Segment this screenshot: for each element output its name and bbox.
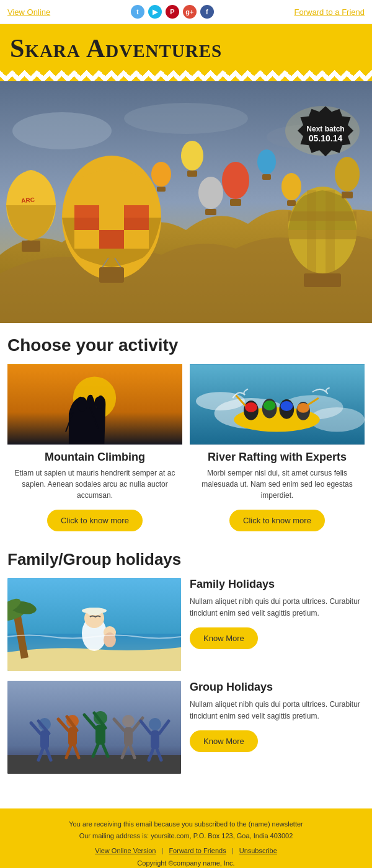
svg-rect-9 xyxy=(22,241,40,252)
footer-forward-link[interactable]: Forward to Friends xyxy=(169,847,226,854)
group-name: Group Holidays xyxy=(190,681,365,694)
group-holiday-row: Group Holidays Nullam aliquet nibh quis … xyxy=(7,681,365,774)
svg-rect-19 xyxy=(187,170,197,177)
group-know-more-button[interactable]: Know More xyxy=(190,730,258,752)
family-image xyxy=(7,578,181,671)
mountain-card: Mountain Climbing Etiam ut sapien ut mau… xyxy=(7,364,182,538)
svg-point-18 xyxy=(181,141,203,170)
svg-point-22 xyxy=(257,149,276,174)
footer-unsubscribe-link[interactable]: Unsubscribe xyxy=(239,847,277,854)
svg-point-53 xyxy=(280,401,293,411)
svg-rect-14 xyxy=(288,230,356,239)
rafting-title: River Rafting with Experts xyxy=(208,451,347,464)
footer-text: You are receiving this email because you… xyxy=(12,818,360,841)
svg-text:ARC: ARC xyxy=(21,197,35,205)
svg-rect-17 xyxy=(304,273,341,287)
family-section: Family/Group holidays xyxy=(0,544,372,796)
rafting-card: River Rafting with Experts Morbi semper … xyxy=(190,364,365,538)
rafting-cta-button[interactable]: Click to know more xyxy=(229,510,325,531)
view-online-link[interactable]: View Online xyxy=(7,7,50,17)
svg-point-52 xyxy=(264,401,276,410)
zigzag-divider xyxy=(0,70,372,81)
google-icon[interactable]: g+ xyxy=(183,5,197,19)
svg-rect-68 xyxy=(7,755,181,774)
activity-grid: Mountain Climbing Etiam ut sapien ut mau… xyxy=(7,364,365,538)
footer-copyright: Copyright ©company name, Inc. xyxy=(12,859,360,867)
mountain-image xyxy=(7,364,182,445)
rafting-image xyxy=(190,364,365,445)
svg-point-42 xyxy=(196,392,245,410)
badge-line1: Next batch xyxy=(306,125,344,133)
svg-point-37 xyxy=(78,397,87,412)
svg-point-2 xyxy=(124,103,248,134)
svg-point-28 xyxy=(151,162,171,187)
svg-point-93 xyxy=(149,718,161,730)
twitter-icon[interactable]: t xyxy=(131,5,144,19)
family-content: Family Holidays Nullam aliquet nibh quis… xyxy=(190,578,365,655)
svg-rect-27 xyxy=(205,209,216,215)
choose-section: Choose your activity xyxy=(0,323,372,544)
brand-header: Skara Adventures xyxy=(0,24,372,70)
footer-line2: Our mailing address is: yoursite.com, P.… xyxy=(79,832,293,839)
svg-point-30 xyxy=(335,157,360,192)
svg-rect-29 xyxy=(157,187,166,192)
badge-line2: 05.10.14 xyxy=(309,133,343,143)
social-icons: t ▶ P g+ f xyxy=(131,5,214,19)
family-name: Family Holidays xyxy=(190,578,365,591)
svg-point-20 xyxy=(222,162,249,199)
mountain-cta-button[interactable]: Click to know more xyxy=(47,510,143,531)
svg-rect-25 xyxy=(287,200,296,206)
pinterest-icon[interactable]: P xyxy=(166,5,179,19)
svg-rect-13 xyxy=(288,211,356,221)
hero-image: ARC Next batch 05.10.14 xyxy=(0,81,372,323)
svg-point-87 xyxy=(122,715,135,727)
group-content: Group Holidays Nullam aliquet nibh quis … xyxy=(190,681,365,758)
svg-point-24 xyxy=(281,173,301,200)
svg-rect-21 xyxy=(230,199,241,206)
footer-view-online-link[interactable]: View Online Version xyxy=(95,847,156,854)
mountain-title: Mountain Climbing xyxy=(45,451,145,464)
group-image xyxy=(7,681,181,774)
svg-point-51 xyxy=(245,402,257,412)
footer-links: View Online Version | Forward to Friends… xyxy=(12,847,360,854)
svg-point-38 xyxy=(95,396,105,409)
svg-point-1 xyxy=(12,112,112,149)
svg-rect-15 xyxy=(307,190,316,273)
vimeo-icon[interactable]: ▶ xyxy=(148,5,162,19)
rafting-desc: Morbi semper nisl dui, sit amet cursus f… xyxy=(190,467,365,501)
svg-rect-16 xyxy=(326,190,335,273)
mountain-desc: Etiam ut sapien ut mauris hendrerit semp… xyxy=(7,467,182,501)
svg-rect-5 xyxy=(99,267,124,283)
brand-title: Skara Adventures xyxy=(10,34,362,70)
footer: You are receiving this email because you… xyxy=(0,808,372,868)
footer-line1: You are receiving this email because you… xyxy=(69,820,303,828)
svg-point-54 xyxy=(297,403,309,413)
choose-title: Choose your activity xyxy=(7,335,365,355)
group-desc: Nullam aliquet nibh quis dui porta ultri… xyxy=(190,699,365,722)
header-bar: View Online t ▶ P g+ f Forward to a Frie… xyxy=(0,0,372,24)
svg-rect-64 xyxy=(87,608,102,615)
family-know-more-button[interactable]: Know More xyxy=(190,627,258,649)
family-section-title: Family/Group holidays xyxy=(7,550,365,569)
spacer xyxy=(0,796,372,808)
facebook-icon[interactable]: f xyxy=(200,5,214,19)
svg-rect-23 xyxy=(262,174,271,180)
svg-rect-31 xyxy=(342,192,353,198)
svg-point-26 xyxy=(198,177,223,209)
family-holiday-row: Family Holidays Nullam aliquet nibh quis… xyxy=(7,578,365,671)
forward-link[interactable]: Forward to a Friend xyxy=(294,7,365,17)
family-desc: Nullam aliquet nibh quis dui porta ultri… xyxy=(190,596,365,619)
